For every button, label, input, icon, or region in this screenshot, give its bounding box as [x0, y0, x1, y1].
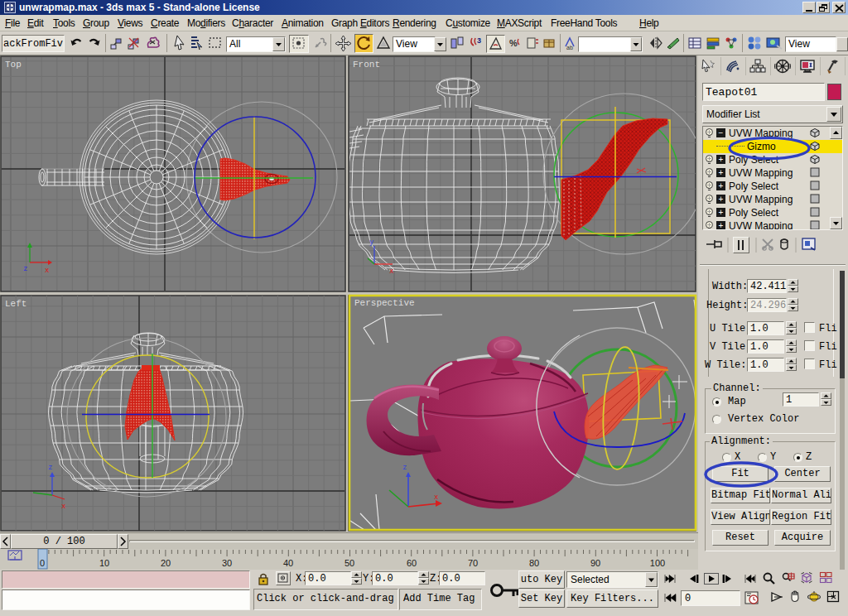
svg-text:z: z: [402, 463, 407, 471]
svg-text:%: %: [509, 38, 518, 48]
svg-text:Front: Front: [353, 60, 380, 70]
svg-text:y: y: [369, 238, 374, 246]
svg-text:60: 60: [407, 558, 417, 568]
svg-text:3: 3: [477, 36, 481, 45]
svg-text:x: x: [61, 502, 66, 510]
svg-text:90: 90: [590, 558, 600, 568]
svg-text:70: 70: [468, 558, 478, 568]
svg-text:Perspective: Perspective: [354, 298, 415, 308]
svg-text:z: z: [23, 264, 27, 272]
svg-text:50: 50: [344, 558, 354, 568]
svg-text:30: 30: [222, 558, 232, 568]
svg-text:40: 40: [283, 558, 293, 568]
svg-text:x: x: [434, 493, 439, 501]
svg-text:x: x: [45, 266, 50, 274]
svg-text:z: z: [48, 463, 52, 471]
svg-text:20: 20: [161, 558, 171, 568]
svg-text:x: x: [389, 267, 394, 275]
svg-text:ab: ab: [566, 45, 573, 51]
svg-text:Top: Top: [5, 60, 22, 70]
svg-text:100: 100: [650, 558, 665, 568]
svg-text:0: 0: [40, 558, 45, 568]
svg-text:10: 10: [99, 558, 109, 568]
svg-text:Left: Left: [5, 299, 26, 309]
svg-text:80: 80: [529, 558, 539, 568]
